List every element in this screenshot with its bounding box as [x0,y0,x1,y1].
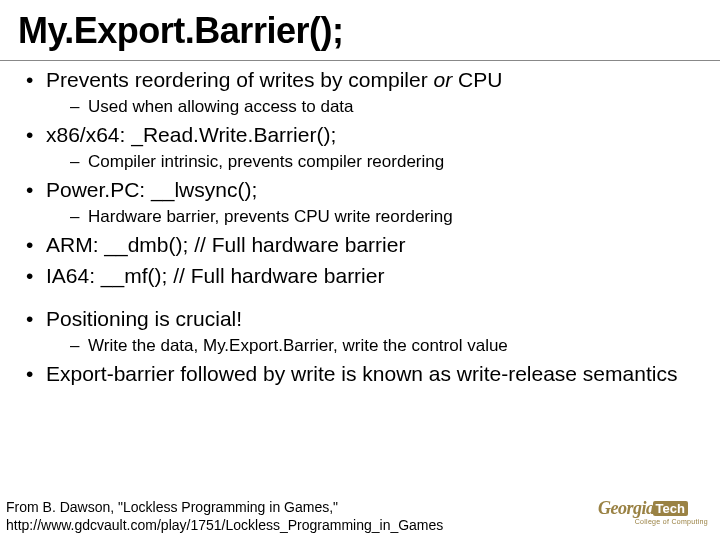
list-item: Power.PC: __lwsync(); Hardware barrier, … [22,177,698,228]
citation: From B. Dawson, "Lockless Programming in… [6,499,443,534]
spacer [22,292,698,302]
citation-line: http://www.gdcvault.com/play/1751/Lockle… [6,517,443,535]
slide-content: Prevents reordering of writes by compile… [0,67,720,388]
list-item: Used when allowing access to data [46,96,698,118]
logo-row: GeorgiaTech [598,498,708,519]
bullet-text: Power.PC: __lwsync(); [46,178,257,201]
bullet-text: Compiler intrinsic, prevents compiler re… [88,152,444,171]
bullet-text: Positioning is crucial! [46,307,242,330]
list-item: IA64: __mf(); // Full hardware barrier [22,263,698,290]
slide-title: My.Export.Barrier(); [0,10,720,58]
list-item: x86/x64: _Read.Write.Barrier(); Compiler… [22,122,698,173]
bullet-text: Used when allowing access to data [88,97,354,116]
slide: My.Export.Barrier(); Prevents reordering… [0,0,720,540]
list-item: ARM: __dmb(); // Full hardware barrier [22,232,698,259]
list-item: Export-barrier followed by write is know… [22,361,698,388]
citation-line: From B. Dawson, "Lockless Programming in… [6,499,443,517]
list-item: Compiler intrinsic, prevents compiler re… [46,151,698,173]
bullet-text: x86/x64: _Read.Write.Barrier(); [46,123,336,146]
title-divider [0,60,720,61]
bullet-list: Positioning is crucial! Write the data, … [22,306,698,388]
bullet-text: Write the data, My.Export.Barrier, write… [88,336,508,355]
bullet-text: Hardware barrier, prevents CPU write reo… [88,207,453,226]
list-item: Positioning is crucial! Write the data, … [22,306,698,357]
list-item: Hardware barrier, prevents CPU write reo… [46,206,698,228]
logo-tech-text: Tech [653,501,688,516]
bullet-text: CPU [452,68,502,91]
bullet-text-emph: or [434,68,453,91]
logo-main-text: Georgia [598,498,655,518]
bullet-text: IA64: __mf(); // Full hardware barrier [46,264,384,287]
list-item: Prevents reordering of writes by compile… [22,67,698,118]
sub-list: Hardware barrier, prevents CPU write reo… [46,206,698,228]
sub-list: Compiler intrinsic, prevents compiler re… [46,151,698,173]
sub-list: Used when allowing access to data [46,96,698,118]
sub-list: Write the data, My.Export.Barrier, write… [46,335,698,357]
list-item: Write the data, My.Export.Barrier, write… [46,335,698,357]
bullet-text: Prevents reordering of writes by compile… [46,68,434,91]
bullet-list: Prevents reordering of writes by compile… [22,67,698,290]
georgia-tech-logo: GeorgiaTech College of Computing [598,498,708,530]
bullet-text: Export-barrier followed by write is know… [46,362,677,385]
logo-subtext: College of Computing [598,518,708,525]
bullet-text: ARM: __dmb(); // Full hardware barrier [46,233,405,256]
